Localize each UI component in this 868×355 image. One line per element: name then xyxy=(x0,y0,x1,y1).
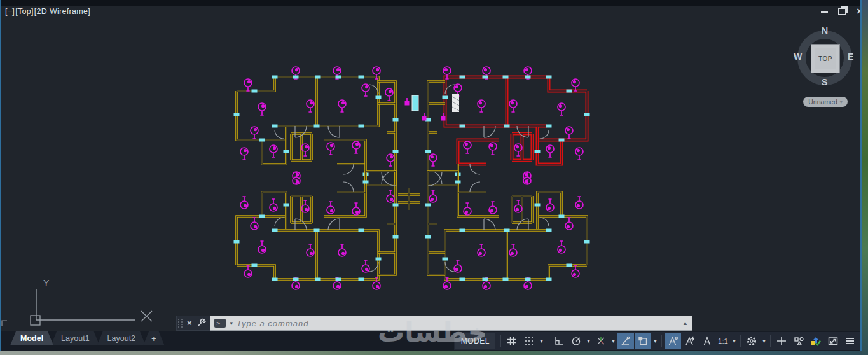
bottom-bar: Model Layout1 Layout2 + MODEL ▾ ▾ xyxy=(0,331,862,351)
snap-icon[interactable] xyxy=(521,333,537,349)
layout-tabs: Model Layout1 Layout2 + xyxy=(10,331,165,345)
command-bar-handle: × xyxy=(176,316,210,331)
tab-layout1[interactable]: Layout1 xyxy=(51,331,99,345)
object-snap-icon[interactable] xyxy=(635,333,651,349)
drawing-canvas[interactable] xyxy=(0,0,868,355)
view-name-dropdown[interactable]: Unnamed ▾ xyxy=(803,97,848,107)
window-border-left xyxy=(0,0,1,355)
ucs-icon xyxy=(31,289,152,325)
osnap-caret-icon[interactable]: ▾ xyxy=(652,333,659,349)
tab-model[interactable]: Model xyxy=(10,331,53,345)
desktop-wallpaper-strip-right xyxy=(862,0,868,355)
command-bar: × >_ ▾ Type a command ▲ xyxy=(176,316,692,331)
scale-caret-icon[interactable]: ▾ xyxy=(731,333,738,349)
model-space-button[interactable]: MODEL xyxy=(455,333,495,349)
grid-icon[interactable] xyxy=(504,333,520,349)
viewcube-top-face[interactable]: TOP xyxy=(811,44,840,73)
viewcube-east[interactable]: E xyxy=(848,52,853,62)
autoscale-icon[interactable] xyxy=(682,333,698,349)
command-close-icon[interactable]: × xyxy=(187,320,192,326)
canvas-corner-bracket xyxy=(2,321,7,326)
desktop-wallpaper-strip-bottom xyxy=(0,351,862,355)
viewcube-north[interactable]: N xyxy=(822,25,828,36)
customize-menu-icon[interactable] xyxy=(842,333,858,349)
viewcube-south[interactable]: S xyxy=(822,77,827,87)
graphics-performance-icon[interactable] xyxy=(808,333,824,349)
floorplan-unit-bottom-right xyxy=(425,171,590,289)
polar-caret-icon[interactable]: ▾ xyxy=(585,333,592,349)
annotation-visibility-icon[interactable] xyxy=(665,333,681,349)
polar-tracking-icon[interactable] xyxy=(568,333,584,349)
annotation-scale-icon[interactable] xyxy=(699,333,715,349)
command-placeholder: Type a command xyxy=(237,319,679,328)
floorplan-unit-bottom-left xyxy=(234,171,399,289)
isodraft-icon[interactable] xyxy=(593,333,609,349)
drag-grip-icon[interactable] xyxy=(178,319,183,328)
status-bar: MODEL ▾ ▾ ▾ xyxy=(454,332,860,350)
command-prompt-icon[interactable]: >_ xyxy=(214,319,226,328)
ortho-icon[interactable] xyxy=(551,333,567,349)
ucs-y-label: Y xyxy=(43,278,49,288)
command-history-up-icon[interactable]: ▲ xyxy=(682,320,688,326)
annotation-scale-value[interactable]: 1:1 xyxy=(716,337,730,345)
viewcube-west[interactable]: W xyxy=(794,52,802,62)
object-snap-tracking-icon[interactable] xyxy=(617,333,634,349)
floorplan-unit-top-right-selected xyxy=(425,67,590,185)
autocad-window: [−][Top][2D Wireframe] × xyxy=(0,0,868,355)
fullscreen-icon[interactable] xyxy=(825,333,841,349)
chevron-down-icon: ▾ xyxy=(840,99,843,105)
workspace-caret-icon[interactable]: ▾ xyxy=(761,333,768,349)
isodraft-caret-icon[interactable]: ▾ xyxy=(610,333,617,349)
viewcube: N S W E TOP xyxy=(794,25,856,89)
command-input[interactable]: >_ ▾ Type a command ▲ xyxy=(210,316,692,331)
new-layout-button[interactable]: + xyxy=(143,331,165,345)
crosshair-plus-icon[interactable] xyxy=(773,333,790,349)
workspace-gear-icon[interactable] xyxy=(743,333,760,349)
floorplan-unit-top-left xyxy=(234,67,399,185)
snap-caret-icon[interactable]: ▾ xyxy=(538,333,545,349)
tab-layout2[interactable]: Layout2 xyxy=(97,331,146,345)
wrench-icon[interactable] xyxy=(196,318,206,328)
isolate-objects-icon[interactable] xyxy=(790,333,807,349)
recent-commands-caret-icon[interactable]: ▾ xyxy=(230,320,233,326)
